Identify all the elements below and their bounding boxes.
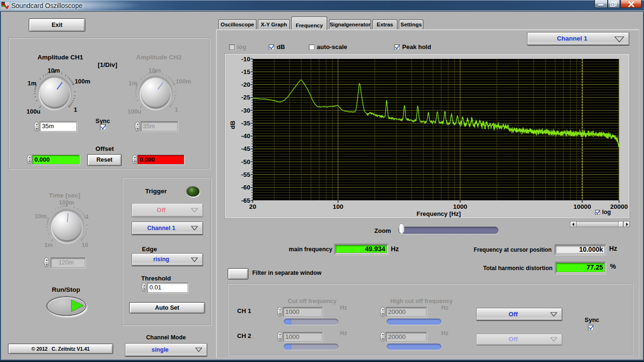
svg-text:-40: -40 bbox=[241, 132, 250, 140]
svg-text:-55: -55 bbox=[241, 171, 250, 178]
svg-text:-25: -25 bbox=[241, 94, 250, 101]
svg-text:dB: dB bbox=[229, 121, 236, 129]
svg-text:-35: -35 bbox=[241, 120, 250, 127]
svg-text:1000: 1000 bbox=[453, 203, 467, 210]
svg-text:-50: -50 bbox=[241, 158, 250, 165]
svg-text:Frequency [Hz]: Frequency [Hz] bbox=[417, 210, 461, 217]
svg-text:-60: -60 bbox=[241, 184, 250, 191]
svg-text:-10: -10 bbox=[241, 56, 250, 63]
svg-text:20: 20 bbox=[249, 203, 256, 210]
svg-text:20000: 20000 bbox=[610, 203, 628, 210]
svg-text:10000: 10000 bbox=[573, 203, 591, 210]
svg-text:-30: -30 bbox=[241, 107, 250, 114]
svg-text:-45: -45 bbox=[241, 145, 250, 152]
svg-text:-15: -15 bbox=[241, 68, 250, 75]
svg-text:100: 100 bbox=[333, 203, 344, 210]
svg-text:-20: -20 bbox=[241, 81, 250, 88]
